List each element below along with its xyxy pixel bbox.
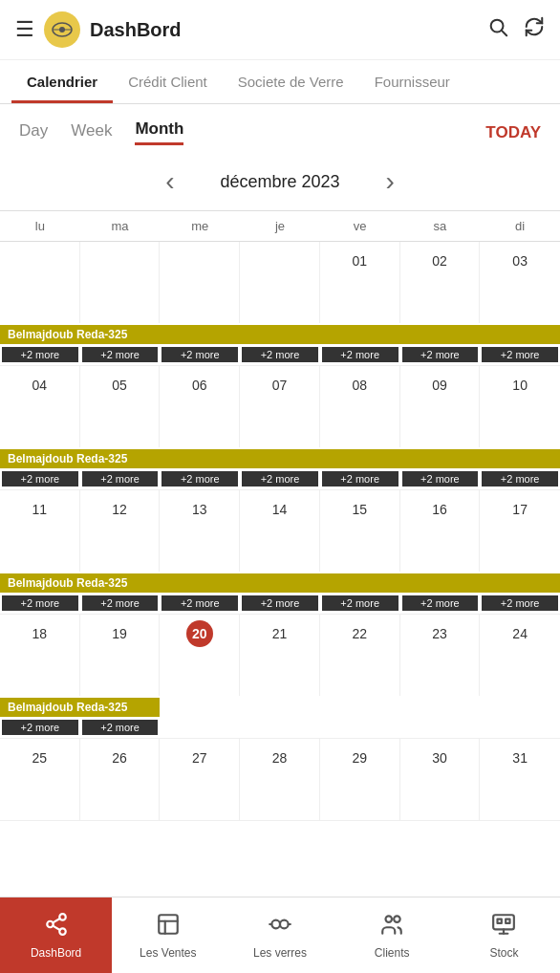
nav-stock[interactable]: Stock — [448, 897, 560, 973]
event-banner-week2[interactable]: Belmajdoub Reda-325 — [0, 449, 560, 468]
cal-cell-13[interactable]: 13 — [160, 490, 240, 572]
cal-cell-03[interactable]: 03 — [480, 242, 560, 323]
more-badge-empty — [162, 720, 238, 735]
cal-cell-09[interactable]: 09 — [400, 366, 481, 447]
cal-cell-24[interactable]: 24 — [480, 615, 560, 696]
svg-point-18 — [386, 916, 393, 922]
cal-cell-empty-2[interactable]: - — [80, 242, 161, 323]
header: ☰ DashBord — [0, 0, 560, 60]
more-badge[interactable]: +2 more — [322, 471, 398, 486]
more-badge[interactable]: +2 more — [402, 471, 479, 486]
view-day-btn[interactable]: Day — [19, 121, 48, 144]
nav-clients[interactable]: Clients — [336, 897, 448, 973]
cal-cell-empty-3[interactable]: - — [160, 242, 240, 323]
more-badge[interactable]: +2 more — [162, 471, 238, 486]
svg-point-19 — [394, 916, 400, 922]
cal-cell-29[interactable]: 29 — [320, 739, 400, 820]
more-badge[interactable]: +2 more — [2, 471, 78, 486]
more-badge[interactable]: +2 more — [162, 347, 238, 362]
cal-cell-05[interactable]: 05 — [80, 366, 161, 447]
cal-cell-17[interactable]: 17 — [480, 490, 560, 572]
nav-les-ventes[interactable]: Les Ventes — [112, 897, 224, 973]
cal-cell-12[interactable]: 12 — [80, 490, 161, 572]
svg-rect-10 — [159, 915, 178, 934]
view-month-btn[interactable]: Month — [135, 119, 183, 145]
week-row-1: - - - - 01 02 03 Belmajdoub Reda-325 +2 … — [0, 242, 560, 366]
tab-credit-client[interactable]: Crédit Client — [113, 60, 223, 103]
tab-calendrier[interactable]: Calendrier — [11, 60, 113, 103]
more-badge[interactable]: +2 more — [482, 347, 558, 362]
more-badge[interactable]: +2 more — [82, 595, 159, 611]
nav-tabs: Calendrier Crédit Client Societe de Verr… — [0, 60, 560, 104]
view-week-btn[interactable]: Week — [71, 121, 112, 144]
cal-cell-25[interactable]: 25 — [0, 739, 80, 820]
cal-cell-27[interactable]: 27 — [160, 739, 240, 820]
more-badge[interactable]: +2 more — [242, 595, 318, 611]
more-badge[interactable]: +2 more — [2, 347, 78, 362]
prev-month-button[interactable]: ‹ — [158, 162, 182, 201]
more-badge[interactable]: +2 more — [482, 471, 558, 486]
more-badge[interactable]: +2 more — [242, 347, 318, 362]
more-badge[interactable]: +2 more — [402, 347, 479, 362]
event-banner-week3[interactable]: Belmajdoub Reda-325 — [0, 573, 560, 593]
cal-cell-07[interactable]: 07 — [240, 366, 320, 447]
svg-line-8 — [53, 925, 59, 929]
more-badge[interactable]: +2 more — [322, 347, 398, 362]
cal-cell-31[interactable]: 31 — [480, 739, 560, 820]
event-banner-week4[interactable]: Belmajdoub Reda-325 — [0, 698, 160, 717]
cal-cell-18[interactable]: 18 — [0, 615, 80, 696]
nav-dashbord-label: DashBord — [31, 946, 81, 960]
cal-cell-16[interactable]: 16 — [400, 490, 481, 572]
more-badge[interactable]: +2 more — [82, 347, 159, 362]
cal-cell-empty-1[interactable]: - — [0, 242, 80, 323]
cal-cell-11[interactable]: 11 — [0, 490, 80, 572]
cal-cell-14[interactable]: 14 — [240, 490, 320, 572]
svg-rect-24 — [506, 919, 510, 922]
cal-cell-08[interactable]: 08 — [320, 366, 400, 447]
more-badge[interactable]: +2 more — [162, 595, 238, 611]
cal-cell-empty-4[interactable]: - — [240, 242, 320, 323]
more-badge[interactable]: +2 more — [482, 595, 558, 611]
bottom-nav: DashBord Les Ventes Les verres — [0, 897, 560, 973]
more-badge[interactable]: +2 more — [322, 595, 398, 611]
more-badge[interactable]: +2 more — [82, 720, 159, 735]
more-badge[interactable]: +2 more — [402, 595, 479, 611]
cal-cell-23[interactable]: 23 — [400, 615, 481, 696]
cal-cell-22[interactable]: 22 — [320, 615, 400, 696]
today-button[interactable]: TODAY — [485, 123, 541, 142]
more-badges-week3: +2 more +2 more +2 more +2 more +2 more … — [0, 595, 560, 612]
svg-point-14 — [280, 919, 289, 928]
cal-cell-01[interactable]: 01 — [320, 242, 400, 323]
more-badge-empty — [242, 720, 318, 735]
tab-fournisseur[interactable]: Fournisseur — [359, 60, 465, 103]
cal-cell-10[interactable]: 10 — [480, 366, 560, 447]
more-badge[interactable]: +2 more — [2, 595, 78, 611]
cal-cell-20[interactable]: 20 — [160, 615, 240, 696]
menu-icon[interactable]: ☰ — [15, 17, 34, 42]
event-banner-week1[interactable]: Belmajdoub Reda-325 — [0, 325, 560, 344]
cal-cell-04[interactable]: 04 — [0, 366, 80, 447]
more-badge[interactable]: +2 more — [2, 720, 78, 735]
cal-cell-02[interactable]: 02 — [400, 242, 481, 323]
stock-icon — [491, 912, 516, 942]
search-icon[interactable] — [487, 16, 508, 43]
nav-les-ventes-label: Les Ventes — [140, 946, 196, 960]
nav-dashbord[interactable]: DashBord — [0, 897, 112, 973]
cal-cell-30[interactable]: 30 — [400, 739, 481, 820]
nav-les-verres[interactable]: Les verres — [224, 897, 335, 973]
more-badge[interactable]: +2 more — [242, 471, 318, 486]
dashbord-icon — [44, 912, 69, 942]
cal-cell-06[interactable]: 06 — [160, 366, 240, 447]
more-badge[interactable]: +2 more — [82, 471, 159, 486]
week-row-4: 18 19 20 21 22 23 24 Belmajdoub Reda-325… — [0, 615, 560, 739]
week-row-5: 25 26 27 28 29 30 31 — [0, 739, 560, 821]
cal-cell-19[interactable]: 19 — [80, 615, 161, 696]
refresh-icon[interactable] — [524, 16, 545, 43]
cal-cell-28[interactable]: 28 — [240, 739, 320, 820]
cal-cell-26[interactable]: 26 — [80, 739, 161, 820]
tab-societe-de-verre[interactable]: Societe de Verre — [223, 60, 359, 103]
cal-cell-21[interactable]: 21 — [240, 615, 320, 696]
next-month-button[interactable]: › — [378, 162, 402, 201]
nav-stock-label: Stock — [489, 946, 518, 960]
cal-cell-15[interactable]: 15 — [320, 490, 400, 572]
